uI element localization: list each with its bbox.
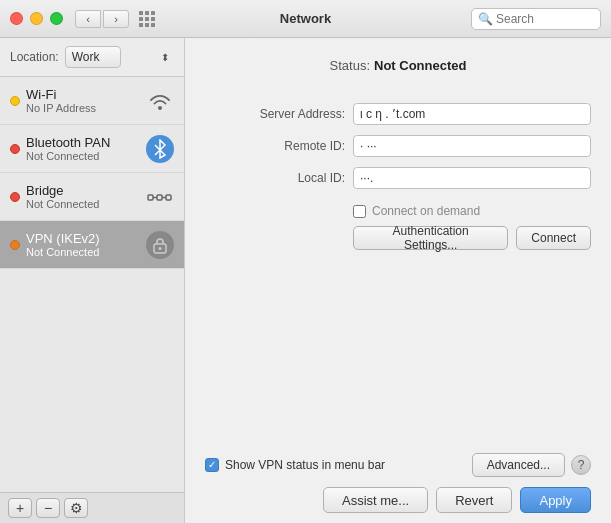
status-row: Status: Not Connected <box>205 58 591 73</box>
gear-button[interactable]: ⚙ <box>64 498 88 518</box>
maximize-button[interactable] <box>50 12 63 25</box>
network-name-wifi: Wi-Fi <box>26 87 146 102</box>
location-label: Location: <box>10 50 59 64</box>
svg-rect-0 <box>148 195 153 200</box>
grid-dot <box>139 23 143 27</box>
remove-network-button[interactable]: − <box>36 498 60 518</box>
button-row: Authentication Settings... Connect <box>353 226 591 250</box>
local-id-label: Local ID: <box>205 171 345 185</box>
grid-dot <box>151 17 155 21</box>
network-name-vpn: VPN (IKEv2) <box>26 231 146 246</box>
svg-rect-2 <box>166 195 171 200</box>
server-address-label: Server Address: <box>205 107 345 121</box>
status-dot-wifi <box>10 96 20 106</box>
assist-button[interactable]: Assist me... <box>323 487 428 513</box>
minimize-button[interactable] <box>30 12 43 25</box>
local-id-input[interactable] <box>353 167 591 189</box>
network-info-bluetooth: Bluetooth PAN Not Connected <box>26 135 146 162</box>
status-label: Status: <box>330 58 370 73</box>
network-info-vpn: VPN (IKEv2) Not Connected <box>26 231 146 258</box>
location-select[interactable]: Work <box>65 46 121 68</box>
server-address-row: Server Address: <box>205 103 591 125</box>
main-content: Location: Work Wi-Fi No IP Address <box>0 38 611 523</box>
connect-on-demand-row: Connect on demand <box>353 204 591 218</box>
svg-rect-1 <box>157 195 162 200</box>
title-bar: ‹ › Network 🔍 <box>0 0 611 38</box>
network-status-bluetooth: Not Connected <box>26 150 146 162</box>
bridge-icon <box>146 183 174 211</box>
network-info-wifi: Wi-Fi No IP Address <box>26 87 146 114</box>
svg-point-6 <box>159 247 162 250</box>
advanced-button[interactable]: Advanced... <box>472 453 565 477</box>
close-button[interactable] <box>10 12 23 25</box>
vpn-icon <box>146 231 174 259</box>
location-bar: Location: Work <box>0 38 184 77</box>
revert-button[interactable]: Revert <box>436 487 512 513</box>
network-status-bridge: Not Connected <box>26 198 146 210</box>
grid-dot <box>151 23 155 27</box>
network-item-bluetooth[interactable]: Bluetooth PAN Not Connected <box>0 125 184 173</box>
status-dot-bridge <box>10 192 20 202</box>
connect-on-demand-label: Connect on demand <box>372 204 480 218</box>
server-address-input[interactable] <box>353 103 591 125</box>
connect-on-demand-checkbox[interactable] <box>353 205 366 218</box>
network-name-bluetooth: Bluetooth PAN <box>26 135 146 150</box>
action-buttons-row: Assist me... Revert Apply <box>205 487 591 513</box>
bottom-bar: ✓ Show VPN status in menu bar Advanced..… <box>205 443 591 513</box>
forward-button[interactable]: › <box>103 10 129 28</box>
remote-id-label: Remote ID: <box>205 139 345 153</box>
status-dot-vpn <box>10 240 20 250</box>
connect-button[interactable]: Connect <box>516 226 591 250</box>
network-status-vpn: Not Connected <box>26 246 146 258</box>
network-status-wifi: No IP Address <box>26 102 146 114</box>
remote-id-input[interactable] <box>353 135 591 157</box>
remote-id-row: Remote ID: <box>205 135 591 157</box>
grid-dot <box>139 11 143 15</box>
help-button[interactable]: ? <box>571 455 591 475</box>
show-vpn-checkbox[interactable]: ✓ <box>205 458 219 472</box>
show-vpn-row: ✓ Show VPN status in menu bar Advanced..… <box>205 453 591 477</box>
wifi-icon <box>146 87 174 115</box>
bottom-right-buttons: Advanced... ? <box>472 453 591 477</box>
network-item-wifi[interactable]: Wi-Fi No IP Address <box>0 77 184 125</box>
search-icon: 🔍 <box>478 12 493 26</box>
add-network-button[interactable]: + <box>8 498 32 518</box>
grid-icon[interactable] <box>139 11 155 27</box>
grid-dot <box>145 17 149 21</box>
network-info-bridge: Bridge Not Connected <box>26 183 146 210</box>
sidebar-toolbar: + − ⚙ <box>0 492 184 523</box>
status-value: Not Connected <box>374 58 466 73</box>
status-dot-bluetooth <box>10 144 20 154</box>
network-item-bridge[interactable]: Bridge Not Connected <box>0 173 184 221</box>
back-button[interactable]: ‹ <box>75 10 101 28</box>
grid-dot <box>139 17 143 21</box>
apply-button[interactable]: Apply <box>520 487 591 513</box>
search-box[interactable]: 🔍 <box>471 8 601 30</box>
form-area: Server Address: Remote ID: Local ID: <box>205 103 591 189</box>
traffic-lights <box>10 12 63 25</box>
network-item-vpn[interactable]: VPN (IKEv2) Not Connected <box>0 221 184 269</box>
bluetooth-icon <box>146 135 174 163</box>
local-id-row: Local ID: <box>205 167 591 189</box>
show-vpn-label: Show VPN status in menu bar <box>225 458 385 472</box>
window-title: Network <box>280 11 331 26</box>
location-wrapper: Work <box>65 46 174 68</box>
search-input[interactable] <box>496 12 594 26</box>
grid-dot <box>151 11 155 15</box>
grid-dot <box>145 11 149 15</box>
nav-buttons: ‹ › <box>75 10 129 28</box>
network-list: Wi-Fi No IP Address Bluetooth PAN Not Co… <box>0 77 184 492</box>
sidebar: Location: Work Wi-Fi No IP Address <box>0 38 185 523</box>
grid-dot <box>145 23 149 27</box>
auth-settings-button[interactable]: Authentication Settings... <box>353 226 508 250</box>
checkmark-icon: ✓ <box>208 460 216 470</box>
network-name-bridge: Bridge <box>26 183 146 198</box>
right-panel: Status: Not Connected Server Address: Re… <box>185 38 611 523</box>
